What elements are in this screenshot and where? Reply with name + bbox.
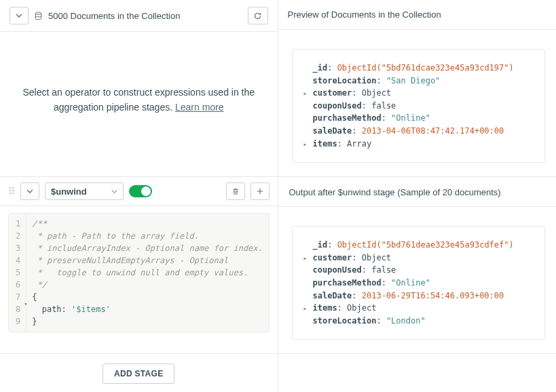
- add-stage-right-empty: [278, 354, 557, 392]
- source-stage-row: 5000 Documents in the Collection Select …: [0, 0, 556, 177]
- code-line-5: * toggle to unwind null and empty values…: [32, 267, 263, 279]
- doc-field-storeLocation: storeLocation: "San Diego": [302, 75, 536, 87]
- code-line-8: path: '$items': [32, 303, 263, 315]
- code-line-3: * includeArrayIndex - Optional name for …: [32, 242, 263, 254]
- add-stage-button[interactable]: ADD STAGE: [103, 364, 174, 384]
- chevron-down-icon: [26, 188, 33, 195]
- stage-code-editor[interactable]: 123456789 /** * path - Path to the array…: [8, 213, 270, 332]
- unwind-stage-row: ⠿ $unwind 123456789 /** *: [0, 177, 556, 354]
- doc-field-saleDate: saleDate: 2013-06-29T16:54:46.093+00:00: [302, 290, 536, 302]
- drag-handle[interactable]: ⠿: [8, 186, 15, 197]
- trash-icon: [231, 187, 240, 195]
- doc-field-couponUsed: couponUsed: false: [302, 100, 536, 113]
- preview-document-card: _id: ObjectId("5bd761dcae323e45a93cd197"…: [292, 49, 546, 163]
- output-header: Output after $unwind stage (Sample of 20…: [278, 177, 557, 207]
- refresh-button[interactable]: [248, 7, 268, 24]
- source-header: 5000 Documents in the Collection: [0, 0, 278, 32]
- operator-placeholder: Select an operator to construct expressi…: [0, 32, 278, 168]
- add-stage-panel: ADD STAGE: [0, 354, 278, 392]
- add-stage-after-button[interactable]: [251, 182, 270, 200]
- select-caret-icon: [111, 189, 117, 195]
- stage-right-panel: Output after $unwind stage (Sample of 20…: [278, 177, 557, 353]
- doc-field-_id: _id: ObjectId("5bd761dcae323e45a93cd197"…: [302, 62, 536, 75]
- refresh-icon: [253, 12, 262, 20]
- collapse-source-button[interactable]: [10, 7, 29, 24]
- doc-field-customer[interactable]: customer: Object: [302, 252, 536, 264]
- document-count-label: 5000 Documents in the Collection: [48, 11, 242, 21]
- stage-operator-value: $unwind: [51, 187, 87, 197]
- svg-point-0: [35, 12, 41, 14]
- doc-field-purchaseMethod: purchaseMethod: "Online": [302, 112, 536, 125]
- stage-left-panel: ⠿ $unwind 123456789 /** *: [0, 177, 278, 353]
- code-line-1: /**: [32, 218, 263, 230]
- doc-field-saleDate: saleDate: 2013-04-06T08:47:42.174+00:00: [302, 125, 536, 138]
- code-body[interactable]: /** * path - Path to the array field. * …: [26, 214, 268, 332]
- source-right-panel: Preview of Documents in the Collection _…: [278, 0, 557, 176]
- preview-header: Preview of Documents in the Collection: [278, 0, 557, 30]
- doc-field-_id: _id: ObjectId("5bd761deae323e45a93cdfef"…: [302, 239, 536, 252]
- plus-icon: [256, 187, 264, 195]
- code-line-2: * path - Path to the array field.: [32, 230, 263, 242]
- output-title: Output after $unwind stage (Sample of 20…: [289, 187, 501, 197]
- output-document-card: _id: ObjectId("5bd761deae323e45a93cdfef"…: [292, 226, 546, 340]
- doc-field-purchaseMethod: purchaseMethod: "Online": [302, 277, 536, 290]
- stage-operator-select[interactable]: $unwind: [45, 182, 124, 200]
- code-line-6: */: [32, 279, 263, 291]
- doc-field-storeLocation: storeLocation: "London": [302, 315, 536, 328]
- doc-field-customer[interactable]: customer: Object: [302, 87, 536, 100]
- preview-title: Preview of Documents in the Collection: [288, 9, 441, 20]
- stage-enable-toggle[interactable]: [129, 185, 152, 197]
- source-left-panel: 5000 Documents in the Collection Select …: [0, 0, 278, 176]
- doc-field-items[interactable]: items: Array: [302, 138, 536, 151]
- doc-field-items[interactable]: items: Object: [302, 302, 536, 315]
- learn-more-link[interactable]: Learn more: [175, 102, 224, 113]
- code-line-9: }: [32, 315, 263, 328]
- code-gutter: 123456789: [9, 214, 26, 332]
- code-line-7: {: [32, 291, 263, 303]
- code-line-4: * preserveNullAndEmptyArrays - Optional: [32, 254, 263, 267]
- doc-field-couponUsed: couponUsed: false: [302, 264, 536, 277]
- stage-header: ⠿ $unwind: [0, 177, 278, 206]
- delete-stage-button[interactable]: [226, 182, 245, 200]
- chevron-down-icon: [16, 12, 22, 19]
- collapse-stage-button[interactable]: [20, 182, 39, 200]
- database-icon: [34, 12, 43, 20]
- add-stage-row: ADD STAGE: [0, 354, 556, 392]
